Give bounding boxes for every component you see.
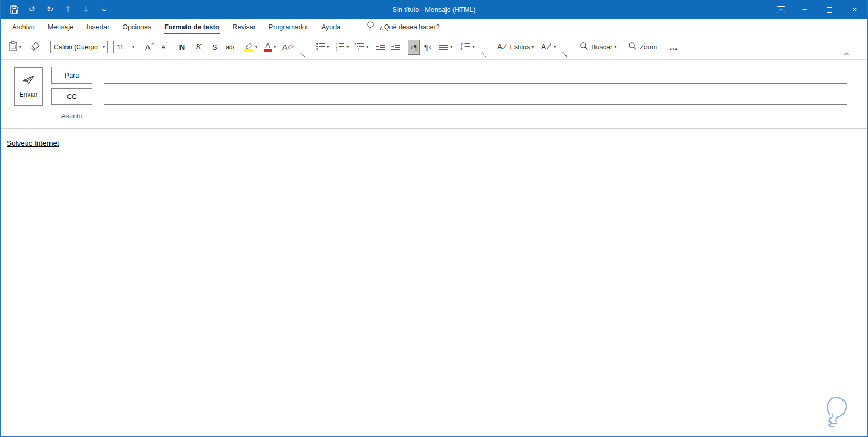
to-field[interactable] xyxy=(104,67,847,84)
send-paper-plane-icon xyxy=(22,75,35,86)
subject-label: Asunto xyxy=(51,113,92,120)
more-commands-icon: … xyxy=(669,42,678,52)
increase-indent-icon xyxy=(391,42,401,52)
decrease-indent-icon xyxy=(376,42,386,52)
maximize-button[interactable] xyxy=(817,0,842,19)
strikethrough-icon: ab xyxy=(226,43,234,51)
font-name-value: Calibri (Cuerpo xyxy=(54,43,98,51)
bullets-button[interactable]: ▾ xyxy=(314,40,331,55)
clear-formatting-button[interactable]: A xyxy=(281,40,296,55)
chevron-down-icon: ▾ xyxy=(614,45,616,49)
chevron-down-icon: ▾ xyxy=(472,45,474,49)
tab-insertar[interactable]: Insertar xyxy=(80,19,116,35)
increase-indent-button[interactable] xyxy=(389,40,402,55)
eraser-icon xyxy=(288,43,294,51)
tab-archivo[interactable]: Archivo xyxy=(5,19,41,35)
underline-icon: S xyxy=(212,43,218,52)
numbered-list-icon: 123 xyxy=(336,42,345,52)
cc-button[interactable]: CC xyxy=(51,88,92,105)
ribbon-display-options-icon[interactable] xyxy=(770,0,792,19)
multilevel-list-icon xyxy=(355,42,364,52)
change-styles-icon: A xyxy=(541,42,552,52)
titlebar: ↺ ↻ ↑ ↓ Sin título - Mensaje (HTML) ─ ✕ xyxy=(1,0,867,19)
alignment-button[interactable]: ▾ xyxy=(438,40,454,55)
lightbulb-icon xyxy=(367,21,374,33)
tab-formato-de-texto[interactable]: Formato de texto xyxy=(158,19,226,35)
chevron-down-icon: ▾ xyxy=(366,45,368,49)
to-button[interactable]: Para xyxy=(51,67,92,84)
previous-item-icon: ↑ xyxy=(63,5,73,15)
grow-font-icon: A xyxy=(145,43,150,52)
grow-font-button[interactable]: A ^ xyxy=(144,40,157,55)
subject-field[interactable] xyxy=(104,110,847,126)
styles-dialog-launcher[interactable] xyxy=(562,52,567,58)
lightbulb-doodle-icon xyxy=(819,395,853,433)
redo-icon[interactable]: ↻ xyxy=(45,5,55,15)
underline-button[interactable]: S xyxy=(209,40,221,55)
font-color-button[interactable]: A ▾ xyxy=(262,40,277,55)
styles-button[interactable]: A Estilos ▾ xyxy=(495,40,535,55)
format-painter-brush-icon xyxy=(31,42,40,52)
font-name-combobox[interactable]: Calibri (Cuerpo ▾ xyxy=(50,41,108,53)
paste-button[interactable]: ▾ xyxy=(8,40,23,55)
cc-field[interactable] xyxy=(104,88,847,105)
caret-up-glyph: ^ xyxy=(151,42,155,48)
body-hyperlink-text[interactable]: Solvetic Internet xyxy=(7,139,59,147)
chevron-down-icon: ▾ xyxy=(450,45,452,49)
paragraph-dialog-launcher[interactable] xyxy=(481,52,487,58)
chevron-down-icon: ▾ xyxy=(255,45,257,49)
save-icon[interactable] xyxy=(9,5,19,15)
find-label: Buscar xyxy=(591,43,612,51)
message-body[interactable]: Solvetic Internet xyxy=(1,129,867,436)
change-styles-button[interactable]: A ▾ xyxy=(540,40,557,55)
minimize-button[interactable]: ─ xyxy=(792,0,817,19)
collapse-ribbon-button[interactable] xyxy=(844,50,850,58)
decrease-indent-button[interactable] xyxy=(374,40,387,55)
chevron-down-icon: ▾ xyxy=(531,45,534,49)
text-highlight-color-button[interactable]: ▾ xyxy=(243,40,259,55)
paste-clipboard-icon xyxy=(9,41,17,53)
customize-quick-access-icon[interactable] xyxy=(99,5,109,15)
font-color-letter: A xyxy=(265,43,270,49)
caret-down-glyph: ˇ xyxy=(166,42,169,48)
send-button[interactable]: Enviar xyxy=(14,67,43,106)
svg-text:A: A xyxy=(541,42,547,51)
font-color-icon: A xyxy=(264,43,272,52)
window-controls: ─ ✕ xyxy=(770,0,867,19)
tab-opciones[interactable]: Opciones xyxy=(116,19,158,35)
shrink-font-icon: A xyxy=(161,43,165,51)
zoom-button[interactable]: Zoom xyxy=(627,40,659,55)
clear-formatting-letter: A xyxy=(282,43,287,52)
chevron-down-icon: ▾ xyxy=(132,45,134,49)
format-painter-button[interactable] xyxy=(29,40,41,55)
outlook-message-window: ↺ ↻ ↑ ↓ Sin título - Mensaje (HTML) ─ ✕ … xyxy=(0,0,868,437)
chevron-down-icon: ▾ xyxy=(554,45,556,49)
search-icon xyxy=(580,42,588,52)
undo-icon[interactable]: ↺ xyxy=(27,5,37,15)
font-dialog-launcher[interactable] xyxy=(300,52,306,58)
tab-ayuda[interactable]: Ayuda xyxy=(315,19,347,35)
multilevel-list-button[interactable]: ▾ xyxy=(354,40,370,55)
italic-button[interactable]: K xyxy=(193,40,204,55)
styles-label: Estilos xyxy=(510,43,530,51)
tab-mensaje[interactable]: Mensaje xyxy=(41,19,80,35)
highlight-color-bar xyxy=(244,49,253,52)
strikethrough-button[interactable]: ab xyxy=(224,40,236,55)
chevron-down-icon: ▾ xyxy=(103,45,105,49)
more-commands-button[interactable]: … xyxy=(667,40,680,55)
tab-revisar[interactable]: Revisar xyxy=(226,19,262,35)
rtl-paragraph-icon: ¶‹ xyxy=(424,43,431,52)
tab-programador[interactable]: Programador xyxy=(262,19,315,35)
bold-button[interactable]: N xyxy=(176,40,188,55)
line-spacing-button[interactable]: ▾ xyxy=(458,40,476,55)
find-button[interactable]: Buscar ▾ xyxy=(578,40,618,55)
svg-text:3: 3 xyxy=(336,47,337,50)
close-button[interactable]: ✕ xyxy=(842,0,867,19)
numbering-button[interactable]: 123 ▾ xyxy=(334,40,350,55)
rtl-direction-button[interactable]: ¶‹ xyxy=(421,40,433,55)
ltr-direction-button[interactable]: ›¶ xyxy=(408,40,420,55)
tell-me-search[interactable]: ¿Qué desea hacer? xyxy=(367,19,440,35)
shrink-font-button[interactable]: A ˇ xyxy=(159,40,171,55)
line-spacing-icon xyxy=(460,42,470,52)
font-size-combobox[interactable]: 11 ▾ xyxy=(113,41,137,53)
